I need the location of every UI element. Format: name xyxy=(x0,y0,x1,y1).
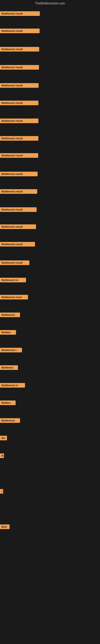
bottleneck-item-14: Bottleneck result xyxy=(0,242,35,246)
bottleneck-item-10: Bottleneck result xyxy=(0,172,38,176)
bottleneck-item-4: Bottleneck result xyxy=(0,65,39,70)
bottleneck-item-8: Bottleneck result xyxy=(0,136,38,141)
bottleneck-item-26: B xyxy=(0,454,4,458)
bottleneck-item-25: Bo xyxy=(0,436,7,440)
bottleneck-item-24: Bottleneck xyxy=(0,418,20,423)
bottleneck-item-7: Bottleneck result xyxy=(0,118,38,123)
bottleneck-item-20: Bottleneck r xyxy=(0,348,22,352)
bottleneck-item-21: Bottlenec xyxy=(0,365,18,370)
bottleneck-item-19: Bottlen xyxy=(0,330,16,335)
bottleneck-item-2: Bottleneck result xyxy=(0,28,40,33)
bottleneck-item-9: Bottleneck result xyxy=(0,153,38,158)
bottleneck-item-30: Bott xyxy=(0,524,10,529)
bottleneck-item-23: Bottlen xyxy=(0,400,16,405)
bottleneck-item-5: Bottleneck result xyxy=(0,83,39,88)
bottleneck-item-11: Bottleneck result xyxy=(0,189,37,194)
bottleneck-item-18: Bottleneck xyxy=(0,312,20,317)
bottleneck-item-3: Bottleneck result xyxy=(0,47,39,52)
bottleneck-item-12: Bottleneck result xyxy=(0,207,37,212)
bottleneck-item-22: Bottleneck re xyxy=(0,383,25,388)
bottleneck-item-15: Bottleneck result xyxy=(0,260,29,265)
bottleneck-item-13: Bottleneck result xyxy=(0,224,36,229)
bottleneck-item-6: Bottleneck result xyxy=(0,100,38,105)
bottleneck-item-1: Bottleneck result xyxy=(0,11,40,16)
bottleneck-item-16: Bottleneck re xyxy=(0,278,26,282)
bottleneck-item-17: Bottleneck resul xyxy=(0,295,28,300)
site-title: TheBottlenecker.com xyxy=(0,0,100,7)
bottleneck-item-28: | xyxy=(0,489,3,494)
